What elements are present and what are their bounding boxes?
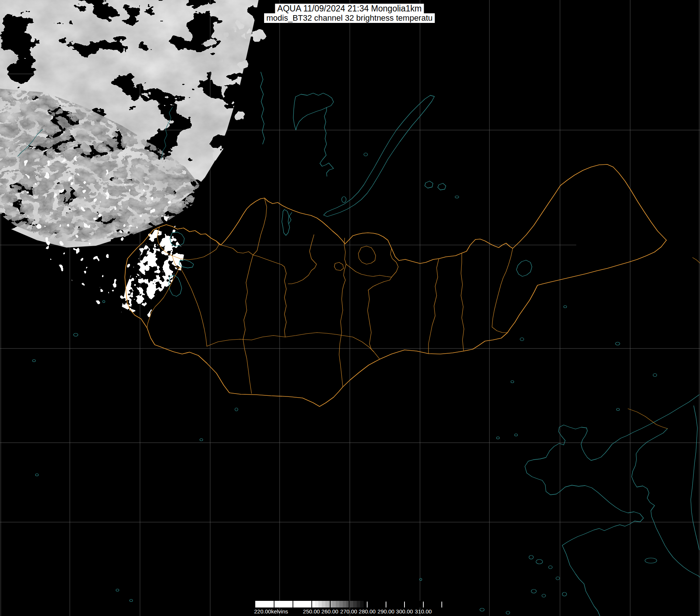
colorbar-tick-label: 300.00 xyxy=(396,608,413,615)
image-title-line2: modis_BT32 channel 32 brightness tempera… xyxy=(264,13,435,23)
colorbar-gradient-step xyxy=(329,601,332,608)
colorbar-divider xyxy=(330,601,331,608)
colorbar-gradient-step xyxy=(350,601,354,608)
colorbar-tick xyxy=(404,602,405,608)
colorbar-gradient-step xyxy=(360,601,364,608)
colorbar-gradient-step xyxy=(332,601,336,608)
colorbar-tick-label: 250.00 xyxy=(303,608,320,615)
colorbar-divider xyxy=(311,601,312,608)
colorbar-gradient-step xyxy=(315,601,318,608)
colorbar-gradient-step xyxy=(339,601,343,608)
colorbar-tick-label: 270.00 xyxy=(340,608,357,615)
colorbar-gradient-step xyxy=(336,601,339,608)
colorbar-white-section xyxy=(255,601,311,608)
colorbar-tick-label: 290.00 xyxy=(378,608,395,615)
colorbar-gradient-step xyxy=(343,601,346,608)
colorbar-divider xyxy=(274,601,274,608)
colorbar-divider xyxy=(349,601,349,608)
colorbar-tick xyxy=(441,602,442,608)
colorbar-gradient-step xyxy=(353,601,357,608)
colorbar-tick xyxy=(423,602,424,608)
colorbar-tick xyxy=(367,602,368,608)
colorbar-unit-label: 220.00kelvins xyxy=(254,608,288,615)
colorbar-tick xyxy=(386,602,386,608)
colorbar-tick-label: 260.00 xyxy=(321,608,338,615)
colorbar-gradient-step xyxy=(357,601,361,608)
colorbar-gradient-step xyxy=(318,601,322,608)
satellite-map: 220.00kelvins250.00260.00270.00280.00290… xyxy=(0,0,700,616)
satellite-image-viewport: 220.00kelvins250.00260.00270.00280.00290… xyxy=(0,0,700,616)
colorbar-gradient-step xyxy=(325,601,329,608)
image-title-line1: AQUA 11/09/2024 21:34 Mongolia1km xyxy=(275,4,424,13)
colorbar-tick-label: 280.00 xyxy=(359,608,376,615)
colorbar-tick-label: 310.00 xyxy=(415,608,432,615)
colorbar-divider xyxy=(293,601,293,608)
colorbar-gradient-step xyxy=(322,601,325,608)
